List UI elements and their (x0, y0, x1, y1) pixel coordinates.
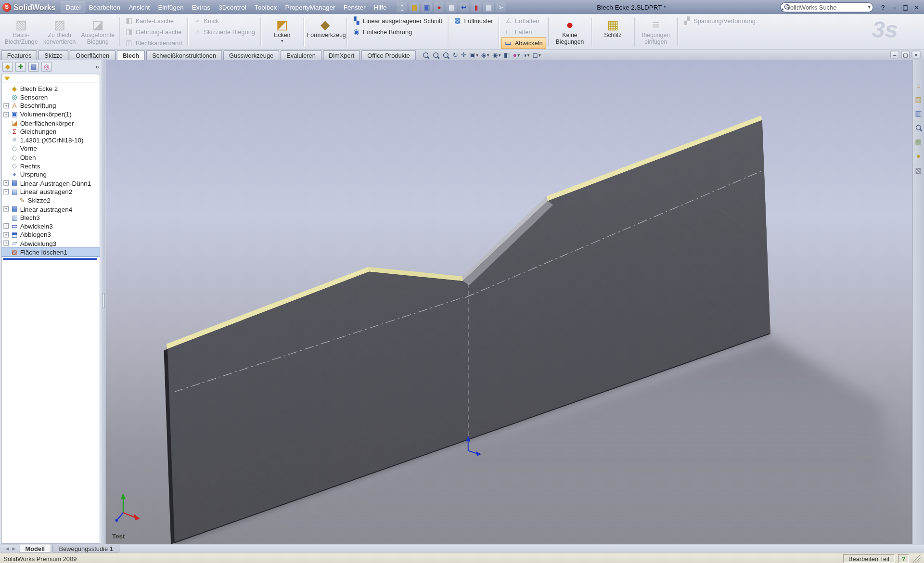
tab-oberflächen[interactable]: Oberflächen (70, 50, 116, 60)
propertymanager-tab-button[interactable]: ✚ (15, 62, 26, 72)
display-style-button[interactable]: ◈▾ (481, 51, 490, 59)
tree-item-1-4301-x5crni18-10[interactable]: ≡1.4301 (X5CrNi18-10) (2, 136, 100, 144)
grid-button[interactable]: ▦ (483, 2, 494, 13)
file-explorer-button[interactable]: ▥ (913, 108, 924, 118)
edit-appearance-button[interactable]: ●▾ (513, 51, 521, 59)
hide-show-items-button[interactable]: ◉▾ (492, 51, 501, 59)
tree-expand-toggle[interactable]: + (3, 206, 9, 212)
menu-item-toolbox[interactable]: Toolbox (250, 2, 281, 13)
tree-item-sensoren[interactable]: ◎Sensoren (2, 93, 100, 102)
ribbon-button-basis-blech-zunge[interactable]: ▧Basis-Blech/Zunge (2, 15, 40, 47)
tree-expand-toggle[interactable]: + (3, 112, 9, 117)
custom-properties-button[interactable]: ▧ (913, 165, 924, 175)
menu-item-hilfe[interactable]: Hilfe (370, 2, 391, 13)
splitter-grip[interactable] (102, 293, 105, 308)
ribbon-button-blechkantenrand[interactable]: ◫Blechkantenrand (122, 38, 185, 48)
doc-tab-modell[interactable]: Modell (19, 544, 51, 552)
menu-item-3dcontrol[interactable]: 3Dcontrol (215, 2, 251, 13)
ribbon-button-abwickeln[interactable]: ▭Abwickeln (501, 38, 546, 48)
ribbon-button-zu-blech-konvertieren[interactable]: ▨Zu Blech konvertieren (40, 15, 78, 47)
menu-item-bearbeiten[interactable]: Bearbeiten (85, 2, 124, 13)
tree-item-oberflächenkörper[interactable]: ◪Oberflächenkörper (2, 119, 100, 128)
ribbon-button-falten[interactable]: ∟Falten (501, 26, 535, 37)
configurationmanager-tab-button[interactable]: ▤ (28, 62, 39, 72)
solidworks-resources-button[interactable]: ⌂ (913, 80, 924, 90)
minimize-button[interactable]: – (889, 3, 899, 12)
section-view-button[interactable]: ◧ (503, 51, 511, 59)
tree-item-abbiegen3[interactable]: +⬒Abbiegen3 (2, 230, 100, 239)
resize-grip[interactable] (912, 554, 921, 563)
select-arrow-button[interactable]: ➢ (496, 2, 506, 13)
tree-expand-toggle[interactable]: + (3, 103, 9, 108)
tab-evaluieren[interactable]: Evaluieren (281, 50, 321, 60)
tab-office-produkte[interactable]: Office Produkte (361, 50, 416, 60)
tree-expand-toggle[interactable]: + (3, 223, 9, 229)
tree-item-oben[interactable]: ◇Oben (2, 153, 100, 162)
tree-expand-toggle[interactable]: + (3, 232, 9, 237)
tree-item-linear-austragen2[interactable]: −▤Linear austragen2 (2, 188, 100, 196)
ribbon-button-formwerkzeug[interactable]: ◆Formwerkzeug (306, 15, 344, 47)
tree-expand-toggle[interactable]: − (3, 189, 9, 194)
tree-item-beschriftung[interactable]: +ABeschriftung (2, 102, 100, 110)
tab-dimxpert[interactable]: DimXpert (323, 50, 360, 60)
appearances-button[interactable]: ● (913, 151, 924, 161)
menu-item-datei[interactable]: Datei (62, 2, 85, 13)
view-settings-button[interactable]: ◻▾ (532, 51, 541, 59)
tree-item-volumenkörper-1[interactable]: +▣Volumenkörper(1) (2, 110, 100, 119)
zoom-area-button[interactable] (432, 51, 440, 59)
tree-item-linear-austragen-dünn1[interactable]: +▤Linear-Austragen-Dünn1 (2, 179, 100, 188)
search-dropdown-caret[interactable]: ▾ (868, 4, 871, 10)
apply-scene-button[interactable]: ◑▾ (522, 51, 530, 59)
panel-splitter[interactable] (102, 60, 106, 544)
tree-item-blech3[interactable]: ▥Blech3 (2, 213, 100, 222)
new-doc-button[interactable]: ▯ (397, 2, 407, 13)
ribbon-button-schlitz[interactable]: ▦Schlitz (594, 15, 631, 47)
ribbon-button-biegungen-einfügen[interactable]: ≡Biegungen einfügen (637, 15, 675, 47)
tree-expand-toggle[interactable]: + (3, 241, 9, 246)
tree-item-linear-austragen4[interactable]: +▤Linear austragen4 (2, 205, 100, 213)
graphics-viewport[interactable]: Test (105, 60, 912, 544)
zoom-fit-button[interactable] (422, 51, 430, 59)
tree-expand-toggle[interactable]: + (3, 180, 9, 186)
help-button[interactable]: ? (878, 3, 888, 12)
tab-gusswerkzeuge[interactable]: Gusswerkzeuge (223, 50, 280, 60)
tree-item-vorne[interactable]: ◇Vorne (2, 144, 100, 153)
open-button[interactable]: ▦ (409, 2, 420, 13)
ribbon-button-ausgeformte-biegung[interactable]: ◪Ausgeformte Biegung (79, 15, 116, 47)
tab-scroll-left-icon[interactable]: ◄ (5, 546, 10, 551)
tree-item-abwickeln3[interactable]: +▭Abwickeln3 (2, 222, 100, 230)
save-button[interactable]: ▣ (422, 2, 432, 13)
menu-item-ansicht[interactable]: Ansicht (125, 2, 154, 13)
menu-item-einfügen[interactable]: Einfügen (154, 2, 188, 13)
search-input[interactable] (786, 3, 865, 11)
ribbon-button-entfalten[interactable]: ∠Entfalten (501, 15, 542, 26)
menu-item-extras[interactable]: Extras (188, 2, 214, 13)
ribbon-button-keine-biegungen[interactable]: ●Keine Biegungen (551, 15, 589, 47)
tab-scroll-right-icon[interactable]: ► (11, 546, 16, 551)
panel-overflow-chevron[interactable]: » (95, 63, 99, 70)
tree-item-blech-ecke-2[interactable]: ◆Blech Ecke 2 (2, 84, 100, 93)
tree-item-ursprung[interactable]: ⌖Ursprung (2, 170, 100, 179)
ribbon-button-gehrung-lasche[interactable]: ◨Gehrung-Lasche (122, 26, 184, 37)
maximize-button[interactable]: ▢ (900, 3, 911, 12)
ribbon-button-spannung-verformung[interactable]: ▞Spannung/Verformung. (680, 15, 760, 26)
doc-tab-bewegungsstudie-1[interactable]: Bewegungsstudie 1 (52, 544, 119, 552)
view-orientation-button[interactable]: ▣▾ (469, 51, 479, 59)
tree-item-fläche-löschen1[interactable]: ▨Fläche löschen1 (2, 248, 100, 256)
doc-restore-button[interactable]: ▢ (901, 51, 910, 58)
ribbon-button-linear-ausgetragener-schnitt[interactable]: ▚Linear ausgetragener Schnitt (349, 15, 445, 26)
tab-features[interactable]: Features (1, 50, 37, 60)
menu-item-fenster[interactable]: Fenster (339, 2, 370, 13)
ribbon-button-knick[interactable]: ≈Knick (190, 15, 222, 26)
search-tab-button[interactable] (913, 123, 924, 133)
featuremanager-tab-button[interactable]: ◆ (2, 62, 13, 72)
tree-item-rechts[interactable]: ◇Rechts (2, 162, 100, 170)
tree-item-abwicklung3[interactable]: +▱Abwicklung3 (2, 239, 100, 248)
tab-blech[interactable]: Blech (116, 50, 145, 60)
design-library-button[interactable]: ▤ (913, 94, 924, 104)
close-button[interactable]: × (911, 3, 922, 12)
doc-close-button[interactable]: × (911, 51, 920, 58)
menu-item-propertymanager[interactable]: PropertyManager (281, 2, 339, 13)
record-button[interactable]: ● (434, 2, 444, 13)
pan-button[interactable]: ✛ (461, 51, 467, 59)
